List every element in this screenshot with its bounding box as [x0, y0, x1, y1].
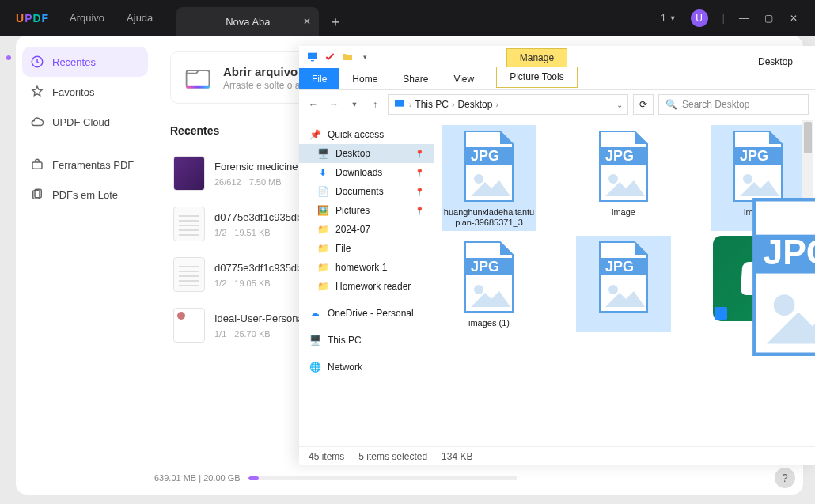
toolbox-icon [30, 157, 44, 172]
close-tab-icon[interactable]: ✕ [303, 16, 311, 27]
svg-text:JPG: JPG [605, 259, 634, 275]
cloud-icon: ☁ [309, 307, 321, 320]
explorer-nav: ← → ▼ ↑ › This PC › Desktop › ⌄ ⟳ 🔍 Sear… [299, 90, 815, 119]
ribbon-view[interactable]: View [441, 68, 487, 89]
search-placeholder: Search Desktop [682, 99, 749, 110]
nav-history[interactable]: ▼ [347, 97, 362, 112]
tree-onedrive[interactable]: ☁OneDrive - Personal [299, 304, 434, 323]
desktop-icon: 🖥️ [317, 147, 329, 160]
window-count[interactable]: 1▼ [661, 13, 677, 24]
tree-folder[interactable]: 📁2024-07 [299, 220, 434, 239]
monitor-icon[interactable] [305, 50, 320, 64]
tree-quick-access[interactable]: 📌Quick access [299, 125, 434, 144]
jpg-large-icon: JPG [728, 190, 815, 364]
file-thumb [173, 207, 205, 241]
qat-dropdown-icon[interactable]: ▾ [358, 50, 372, 64]
maximize-button[interactable]: ▢ [764, 13, 775, 24]
pc-icon: 🖥️ [309, 334, 321, 347]
sidebar-item-cloud[interactable]: UPDF Cloud [22, 107, 148, 137]
refresh-button[interactable]: ⟳ [633, 94, 654, 115]
ribbon-file[interactable]: File [299, 68, 339, 89]
file-size: 7.50 MB [249, 177, 282, 187]
svg-text:JPG: JPG [740, 148, 768, 164]
close-button[interactable]: ✕ [790, 13, 801, 24]
sidebar-item-label: UPDF Cloud [52, 116, 110, 128]
sidebar-item-recentes[interactable]: Recentes [22, 47, 148, 77]
search-box[interactable]: 🔍 Search Desktop [658, 94, 809, 115]
file-card[interactable]: JPG image [576, 125, 671, 231]
file-thumb [173, 156, 205, 191]
svg-point-14 [608, 174, 618, 184]
ribbon-share[interactable]: Share [390, 68, 441, 89]
shortcut-overlay-icon [715, 307, 727, 320]
addr-dropdown-icon[interactable]: ⌄ [616, 100, 623, 109]
svg-point-20 [474, 285, 483, 294]
file-card[interactable]: JPG huanghunxiadehaitantupian-39685371_3 [442, 125, 536, 231]
minimize-button[interactable]: — [739, 13, 750, 24]
sidebar-item-label: Ferramentas PDF [52, 159, 134, 171]
storage-text: 639.01 MB | 20.00 GB [154, 473, 241, 483]
address-bar[interactable]: › This PC › Desktop › ⌄ [388, 94, 628, 115]
breadcrumb-pc[interactable]: This PC [415, 99, 449, 110]
menu-help[interactable]: Ajuda [127, 12, 153, 24]
sidebar-item-tools[interactable]: Ferramentas PDF [22, 150, 148, 180]
sidebar: Recentes Favoritos UPDF Cloud Ferramenta… [16, 36, 154, 495]
new-tab-button[interactable]: ＋ [328, 7, 343, 36]
batch-icon [30, 188, 44, 202]
sidebar-item-label: Recentes [52, 56, 96, 68]
file-card[interactable]: JPG images (1) [442, 236, 536, 332]
file-size: 19.05 KB [234, 279, 270, 288]
pin-icon: 📌 [309, 128, 321, 141]
pinned-icon: 📍 [415, 169, 424, 177]
file-card[interactable]: JPG [576, 236, 671, 332]
monitor-small-icon [393, 98, 406, 111]
sidebar-item-favoritos[interactable]: Favoritos [22, 77, 148, 107]
sidebar-item-label: PDFs em Lote [52, 189, 118, 201]
file-thumb [173, 308, 205, 343]
document-icon: 📄 [317, 185, 329, 198]
nav-forward[interactable]: → [326, 97, 342, 112]
tab-label: Nova Aba [226, 16, 270, 28]
titlebar: UPDF Arquivo Ajuda Nova Aba ✕ ＋ 1▼ U | —… [0, 0, 815, 36]
file-size: 19.51 KB [234, 228, 270, 237]
svg-rect-5 [187, 86, 210, 89]
breadcrumb-desktop[interactable]: Desktop [457, 99, 492, 110]
avatar[interactable]: U [691, 9, 708, 27]
jpg-icon: JPG [453, 239, 525, 315]
file-caption: images (1) [468, 318, 510, 328]
file-pages: 1/2 [214, 228, 226, 237]
ribbon-picture-tools[interactable]: Picture Tools [496, 67, 577, 88]
tree-desktop[interactable]: 🖥️Desktop📍 [299, 144, 434, 163]
tree-folder[interactable]: 📁homework 1 [299, 258, 434, 277]
tree-network[interactable]: 🌐Network [299, 358, 434, 377]
tree-pictures[interactable]: 🖼️Pictures📍 [299, 201, 434, 220]
svg-rect-6 [308, 53, 317, 59]
folder-icon: 📁 [317, 280, 329, 293]
ribbon-manage[interactable]: Manage [506, 48, 567, 67]
tree-folder[interactable]: 📁Homework reader [299, 277, 434, 296]
help-button[interactable]: ? [775, 468, 795, 488]
tree-folder[interactable]: 📁File [299, 239, 434, 258]
tree-documents[interactable]: 📄Documents📍 [299, 182, 434, 201]
ribbon-home[interactable]: Home [339, 68, 390, 89]
explorer-title: Desktop [758, 56, 793, 67]
tree-thispc[interactable]: 🖥️This PC [299, 331, 434, 350]
file-size: 25.70 KB [234, 329, 270, 339]
pinned-icon: 📍 [415, 188, 424, 196]
menu-file[interactable]: Arquivo [70, 12, 104, 24]
tab-nova-aba[interactable]: Nova Aba ✕ [176, 7, 319, 36]
check-icon[interactable] [323, 50, 337, 64]
nav-back[interactable]: ← [305, 97, 321, 112]
svg-text:JPG: JPG [471, 259, 499, 275]
svg-text:JPG: JPG [763, 233, 815, 271]
download-icon: ⬇ [317, 166, 329, 179]
nav-up[interactable]: ↑ [367, 97, 383, 112]
storage-bar: 639.01 MB | 20.00 GB ? [154, 468, 803, 488]
sidebar-item-batch[interactable]: PDFs em Lote [22, 180, 148, 210]
svg-text:JPG: JPG [605, 148, 634, 164]
tree-downloads[interactable]: ⬇Downloads📍 [299, 163, 434, 182]
pinned-icon: 📍 [415, 150, 424, 158]
jpg-icon: JPG [453, 128, 525, 204]
svg-rect-1 [32, 162, 42, 169]
folder-small-icon[interactable] [340, 50, 354, 64]
